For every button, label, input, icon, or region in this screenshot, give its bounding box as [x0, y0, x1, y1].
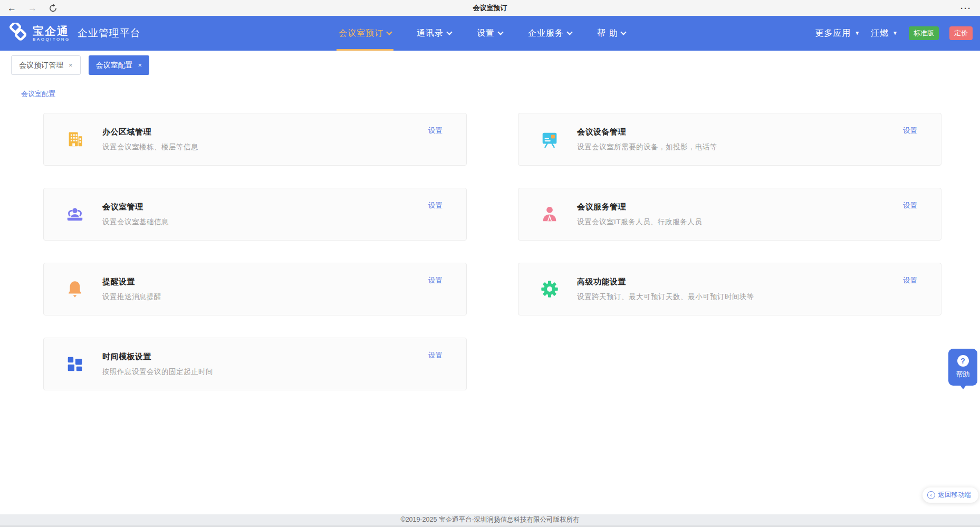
close-icon[interactable]: ×: [69, 61, 73, 69]
more-apps-label: 更多应用: [815, 28, 851, 39]
nav-item-label: 企业服务: [528, 28, 564, 39]
triangle-down-icon: ▼: [892, 31, 898, 36]
tab-meeting-room-config[interactable]: 会议室配置 ×: [89, 55, 150, 75]
card-title: 会议设备管理: [577, 127, 717, 137]
nav-item-help[interactable]: 帮 助: [597, 16, 626, 51]
presentation-board-icon: [540, 129, 560, 149]
card-meeting-room-management[interactable]: 会议室管理 设置会议室基础信息 设置: [43, 188, 467, 241]
more-menu-icon[interactable]: ···: [960, 4, 972, 13]
nav-item-enterprise-services[interactable]: 企业服务: [528, 16, 572, 51]
chevron-down-icon: [497, 29, 503, 35]
chevron-left-icon: ‹: [927, 491, 935, 499]
open-tabs-bar: 会议预订管理 × 会议室配置 ×: [0, 51, 980, 76]
nav-item-label: 会议室预订: [339, 28, 383, 39]
card-office-area-management[interactable]: 办公区域管理 设置会议室楼栋、楼层等信息 设置: [43, 113, 467, 166]
card-reminder-settings[interactable]: 提醒设置 设置推送消息提醒 设置: [43, 263, 467, 315]
card-desc: 按照作息设置会议的固定起止时间: [102, 367, 213, 377]
tab-meeting-booking-management[interactable]: 会议预订管理 ×: [11, 55, 81, 75]
back-to-mobile-button[interactable]: ‹ 返回移动端: [923, 487, 979, 503]
card-time-template-settings[interactable]: 时间模板设置 按照作息设置会议的固定起止时间 设置: [43, 338, 467, 390]
platform-title: 企业管理平台: [78, 26, 141, 40]
card-title: 高级功能设置: [577, 277, 754, 287]
browser-chrome-bar: ← → 会议室预订 ···: [0, 0, 980, 16]
card-meeting-service-management[interactable]: 会议服务管理 设置会议室IT服务人员、行政服务人员 设置: [518, 188, 941, 241]
help-label: 帮助: [956, 370, 970, 379]
card-settings-link[interactable]: 设置: [428, 126, 443, 136]
tab-label: 会议室配置: [96, 61, 133, 70]
card-meeting-equipment-management[interactable]: 会议设备管理 设置会议室所需要的设备，如投影，电话等 设置: [518, 113, 941, 166]
card-title: 办公区域管理: [102, 127, 198, 137]
nav-item-label: 设置: [477, 28, 495, 39]
brand-logo: 宝企通 BAOQITONG 企业管理平台: [7, 23, 141, 44]
card-desc: 设置跨天预订、最大可预订天数、最小可预订时间块等: [577, 292, 754, 302]
brand-name-en: BAOQITONG: [33, 37, 70, 42]
page-title: 会议室预订: [0, 3, 980, 13]
triangle-down-icon: ▼: [854, 31, 860, 36]
card-desc: 设置推送消息提醒: [102, 292, 161, 302]
card-title: 时间模板设置: [102, 352, 213, 362]
card-desc: 设置会议室楼栋、楼层等信息: [102, 142, 198, 152]
chevron-down-icon: [446, 29, 452, 35]
gear-icon: [540, 279, 560, 299]
breadcrumb[interactable]: 会议室配置: [21, 89, 55, 99]
meeting-people-icon: [65, 204, 85, 224]
card-settings-link[interactable]: 设置: [903, 201, 917, 210]
nav-item-label: 帮 助: [597, 28, 618, 39]
card-advanced-function-settings[interactable]: 高级功能设置 设置跨天预订、最大可预订天数、最小可预订时间块等 设置: [518, 263, 941, 315]
card-desc: 设置会议室IT服务人员、行政服务人员: [577, 217, 702, 227]
nav-item-contacts[interactable]: 通讯录: [417, 16, 451, 51]
card-settings-link[interactable]: 设置: [903, 276, 917, 285]
back-icon[interactable]: ←: [7, 4, 16, 13]
brand-name-cn: 宝企通: [33, 25, 70, 36]
baoqitong-logo-icon: [7, 23, 28, 44]
copyright-footer: ©2019-2025 宝企通平台-深圳润扬信息科技有限公司版权所有: [0, 514, 980, 527]
nav-item-meeting-booking[interactable]: 会议室预订: [339, 16, 391, 51]
refresh-icon[interactable]: [49, 4, 57, 13]
nav-item-label: 通讯录: [417, 28, 444, 39]
bell-icon: [65, 279, 85, 299]
card-settings-link[interactable]: 设置: [428, 351, 443, 360]
question-mark-icon: ?: [957, 355, 969, 367]
forward-icon[interactable]: →: [28, 4, 37, 13]
close-icon[interactable]: ×: [138, 61, 142, 69]
back-to-mobile-label: 返回移动端: [938, 491, 972, 500]
more-apps-menu[interactable]: 更多应用 ▼: [815, 28, 860, 39]
edition-badge[interactable]: 标准版: [909, 26, 939, 40]
person-icon: [540, 204, 560, 224]
user-menu[interactable]: 汪燃 ▼: [871, 28, 898, 39]
card-title: 会议室管理: [102, 202, 169, 212]
top-navbar: 宝企通 BAOQITONG 企业管理平台 会议室预订 通讯录 设置 企业服务 帮…: [0, 16, 980, 51]
card-desc: 设置会议室基础信息: [102, 217, 169, 227]
config-card-grid: 办公区域管理 设置会议室楼栋、楼层等信息 设置 会议设备管理 设置会议室所需要的…: [43, 113, 980, 390]
card-settings-link[interactable]: 设置: [428, 201, 443, 210]
tab-label: 会议预订管理: [19, 61, 63, 70]
navbar-right-group: 更多应用 ▼ 汪燃 ▼ 标准版 定价: [815, 16, 973, 51]
chevron-down-icon: [566, 29, 572, 35]
main-content: 会议室配置: [0, 76, 980, 514]
card-title: 提醒设置: [102, 277, 161, 287]
main-navigation: 会议室预订 通讯录 设置 企业服务 帮 助: [339, 16, 626, 51]
chevron-down-icon: [386, 29, 392, 35]
copyright-text: ©2019-2025 宝企通平台-深圳润扬信息科技有限公司版权所有: [400, 515, 579, 524]
grid-icon: [65, 354, 85, 374]
chevron-down-icon: [621, 29, 627, 35]
card-settings-link[interactable]: 设置: [903, 126, 917, 136]
card-desc: 设置会议室所需要的设备，如投影，电话等: [577, 142, 717, 152]
card-settings-link[interactable]: 设置: [428, 276, 443, 285]
help-floating-button[interactable]: ? 帮助: [948, 349, 977, 386]
nav-item-settings[interactable]: 设置: [477, 16, 503, 51]
building-icon: [65, 129, 85, 149]
username-label: 汪燃: [871, 28, 889, 39]
pricing-badge[interactable]: 定价: [949, 26, 973, 40]
card-title: 会议服务管理: [577, 202, 702, 212]
